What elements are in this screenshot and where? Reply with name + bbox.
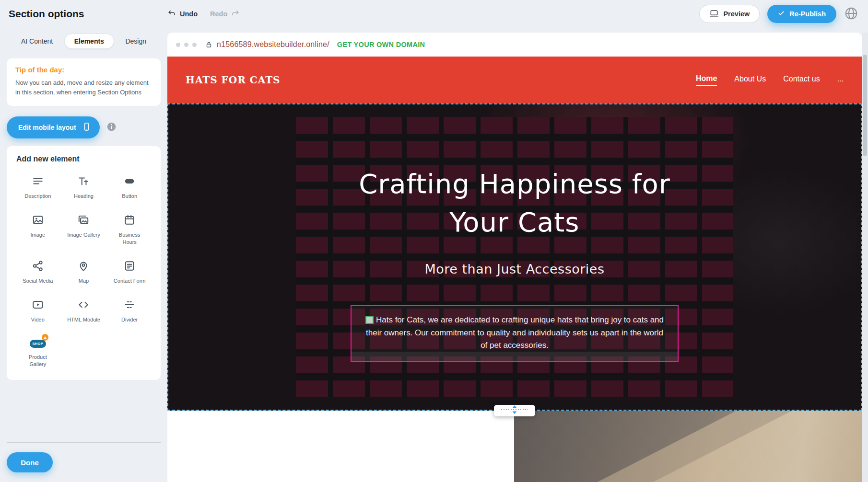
edit-mobile-label: Edit mobile layout <box>18 124 76 131</box>
done-button[interactable]: Done <box>7 452 53 472</box>
contact-form-icon <box>123 260 136 274</box>
window-dots-icon <box>176 43 197 47</box>
sidebar-divider <box>7 442 161 443</box>
element-html-module[interactable]: HTML Module <box>62 298 106 323</box>
undo-icon <box>168 9 176 19</box>
add-element-card: Add new element Description Heading Butt… <box>7 146 161 380</box>
scrollbar-thumb[interactable] <box>863 55 867 156</box>
section-options-sidebar: AI Content Elements Design Tip of the da… <box>0 28 167 482</box>
element-heading[interactable]: Heading <box>62 175 106 199</box>
nav-about-us[interactable]: About Us <box>734 75 766 85</box>
info-button[interactable] <box>106 122 117 133</box>
hero-subheading[interactable]: More than Just Accessories <box>425 262 605 276</box>
business-hours-icon <box>123 214 136 228</box>
map-pin-icon <box>77 260 90 274</box>
nav-contact-us[interactable]: Contact us <box>783 75 820 85</box>
topbar-actions: Preview Re-Publish <box>699 5 858 23</box>
get-domain-link[interactable]: GET YOUR OWN DOMAIN <box>337 41 425 48</box>
code-brackets-icon <box>77 298 90 312</box>
tip-of-the-day-card: Tip of the day: Now you can add, move an… <box>7 58 161 106</box>
element-image-gallery[interactable]: Image Gallery <box>62 214 106 245</box>
nav-more-ellipsis[interactable]: ... <box>837 75 844 85</box>
sidebar-bottom: Done <box>0 442 167 482</box>
tip-title: Tip of the day: <box>15 66 152 74</box>
undo-redo-group: Undo Redo <box>168 9 239 19</box>
language-button[interactable] <box>844 6 858 22</box>
hero-heading[interactable]: Crafting Happiness for Your Cats <box>332 165 697 241</box>
element-product-gallery[interactable]: SHOP Product Gallery <box>16 337 59 367</box>
next-section[interactable] <box>167 411 862 482</box>
site-url: n1566589.websitebuilder.online/ <box>217 40 329 49</box>
site-logo[interactable]: HATS FOR CATS <box>186 74 280 86</box>
mobile-phone-icon <box>82 122 91 133</box>
editor-canvas: n1566589.websitebuilder.online/ GET YOUR… <box>167 28 868 482</box>
website-preview: HATS FOR CATS Home About Us Contact us .… <box>167 57 862 482</box>
info-icon <box>106 122 117 133</box>
video-icon <box>32 298 44 312</box>
hero-section[interactable]: Crafting Happiness for Your Cats More th… <box>167 103 862 411</box>
preview-button[interactable]: Preview <box>699 5 760 23</box>
app-window: Section options Undo Redo Preview Re-Pub… <box>0 0 868 482</box>
site-header[interactable]: HATS FOR CATS Home About Us Contact us .… <box>167 57 862 103</box>
add-element-title: Add new element <box>16 155 151 163</box>
element-contact-form[interactable]: Contact Form <box>108 260 151 284</box>
tip-body: Now you can add, move and resize any ele… <box>15 78 152 97</box>
element-video[interactable]: Video <box>16 298 59 323</box>
page-title: Section options <box>9 8 167 20</box>
button-icon <box>123 175 136 189</box>
image-icon <box>32 214 44 228</box>
lock-icon <box>205 41 217 48</box>
description-icon <box>32 175 44 189</box>
tab-ai-content[interactable]: AI Content <box>14 34 59 48</box>
hero-paragraph: Hats for Cats, we are dedicated to craft… <box>362 314 667 352</box>
preview-label: Preview <box>723 10 750 18</box>
element-button[interactable]: Button <box>108 175 151 199</box>
monitor-icon <box>709 9 719 20</box>
browser-bar: n1566589.websitebuilder.online/ GET YOUR… <box>167 33 862 57</box>
sidebar-tabs: AI Content Elements Design <box>0 28 167 51</box>
republish-label: Re-Publish <box>789 10 826 18</box>
element-divider[interactable]: Divider <box>108 298 151 323</box>
shop-pill: SHOP <box>30 340 46 348</box>
editor-topbar: Section options Undo Redo Preview Re-Pub… <box>0 0 868 28</box>
text-selection-handle[interactable] <box>365 316 374 324</box>
shop-upgrade-badge-icon <box>42 334 48 341</box>
tab-elements[interactable]: Elements <box>64 34 114 49</box>
globe-icon <box>844 6 858 22</box>
redo-icon <box>231 9 239 19</box>
undo-button[interactable]: Undo <box>168 9 198 19</box>
nav-home[interactable]: Home <box>696 74 717 86</box>
heading-icon <box>77 175 90 189</box>
element-description[interactable]: Description <box>16 175 59 199</box>
site-nav: Home About Us Contact us ... <box>696 74 844 86</box>
redo-label: Redo <box>210 10 227 18</box>
social-media-icon <box>32 260 44 274</box>
product-gallery-icon: SHOP <box>29 337 47 350</box>
element-image[interactable]: Image <box>16 214 59 245</box>
section-resize-handle[interactable] <box>494 405 535 416</box>
element-business-hours[interactable]: Business Hours <box>108 214 151 245</box>
image-gallery-icon <box>77 214 90 228</box>
edit-mobile-row: Edit mobile layout <box>7 116 161 138</box>
resize-arrows-icon <box>499 405 530 416</box>
element-social-media[interactable]: Social Media <box>16 260 59 284</box>
element-grid: Description Heading Button Image <box>16 175 151 367</box>
republish-button[interactable]: Re-Publish <box>767 5 836 23</box>
undo-label: Undo <box>180 10 198 18</box>
redo-button[interactable]: Redo <box>210 9 239 19</box>
next-section-white-area <box>167 411 514 482</box>
check-icon <box>778 10 785 18</box>
next-section-photo <box>514 411 862 482</box>
element-map[interactable]: Map <box>62 260 106 284</box>
selected-text-element[interactable]: Hats for Cats, we are dedicated to craft… <box>351 305 679 362</box>
canvas-scrollbar[interactable] <box>862 33 868 482</box>
hero-content: Crafting Happiness for Your Cats More th… <box>167 103 862 362</box>
divider-icon <box>123 298 136 312</box>
edit-mobile-layout-button[interactable]: Edit mobile layout <box>7 116 100 138</box>
tab-design[interactable]: Design <box>118 34 153 48</box>
